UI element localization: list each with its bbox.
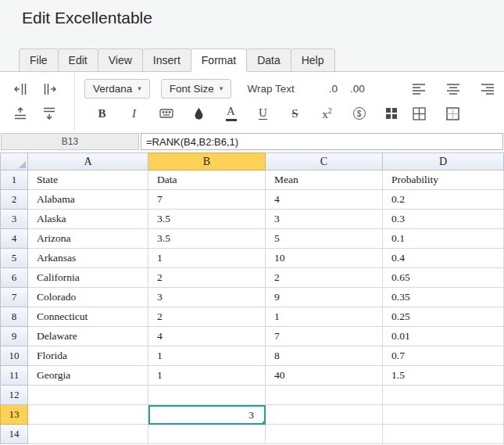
cell-D1[interactable]: Probability bbox=[383, 170, 504, 190]
cell-B13[interactable]: 3 bbox=[148, 405, 266, 425]
cell-A5[interactable]: Arkansas bbox=[28, 249, 148, 268]
cell-A14[interactable] bbox=[28, 425, 148, 444]
cell-D12[interactable] bbox=[383, 386, 504, 405]
cell-D14[interactable] bbox=[383, 425, 504, 444]
row-header-13[interactable]: 13 bbox=[0, 405, 28, 425]
col-header-B[interactable]: B bbox=[148, 153, 266, 170]
align-left-icon[interactable] bbox=[413, 83, 426, 95]
row-header-7[interactable]: 7 bbox=[0, 288, 28, 307]
cell-C9[interactable]: 7 bbox=[266, 327, 383, 346]
cell-A2[interactable]: Alabama bbox=[28, 190, 148, 210]
font-size-dropdown[interactable]: Font Size ▾ bbox=[161, 79, 232, 99]
superscript-button[interactable]: x2 bbox=[320, 107, 334, 120]
cell-B5[interactable]: 1 bbox=[148, 249, 266, 268]
cell-A4[interactable]: Arizona bbox=[28, 229, 148, 249]
wrap-text-button[interactable]: Wrap Text bbox=[247, 83, 294, 95]
cell-D4[interactable]: 0.1 bbox=[383, 229, 504, 249]
cell-D10[interactable]: 0.7 bbox=[383, 346, 504, 366]
cell-C2[interactable]: 4 bbox=[266, 190, 383, 210]
cell-A7[interactable]: Colorado bbox=[28, 288, 148, 307]
cell-C7[interactable]: 9 bbox=[266, 288, 383, 307]
row-header-9[interactable]: 9 bbox=[0, 327, 28, 346]
cell-B10[interactable]: 1 bbox=[148, 346, 266, 366]
cell-B2[interactable]: 7 bbox=[148, 190, 266, 210]
cell-reference-box[interactable] bbox=[1, 133, 139, 150]
cell-D11[interactable]: 1.5 bbox=[383, 366, 504, 386]
cell-B6[interactable]: 2 bbox=[148, 268, 266, 288]
cell-B8[interactable]: 2 bbox=[148, 307, 266, 327]
cell-A10[interactable]: Florida bbox=[28, 346, 148, 366]
cell-C12[interactable] bbox=[266, 386, 383, 405]
increase-decimal-button[interactable]: .00 bbox=[350, 83, 365, 95]
tab-data[interactable]: Data bbox=[246, 48, 291, 72]
align-right-icon[interactable] bbox=[481, 83, 495, 95]
row-header-11[interactable]: 11 bbox=[0, 366, 28, 386]
tab-insert[interactable]: Insert bbox=[142, 48, 191, 72]
strikethrough-button[interactable]: S bbox=[288, 108, 302, 120]
row-header-1[interactable]: 1 bbox=[0, 170, 28, 190]
tab-help[interactable]: Help bbox=[291, 48, 335, 72]
cell-C1[interactable]: Mean bbox=[266, 170, 383, 190]
decrease-decimal-button[interactable]: .0 bbox=[329, 83, 338, 95]
tab-edit[interactable]: Edit bbox=[58, 48, 98, 72]
cell-D7[interactable]: 0.35 bbox=[383, 288, 504, 307]
cell-C6[interactable]: 2 bbox=[266, 268, 383, 288]
cell-C3[interactable]: 3 bbox=[266, 210, 383, 229]
cell-B14[interactable] bbox=[148, 425, 266, 444]
cell-B11[interactable]: 1 bbox=[148, 366, 266, 386]
cell-C8[interactable]: 1 bbox=[266, 307, 383, 327]
row-header-10[interactable]: 10 bbox=[0, 346, 28, 366]
cell-A13[interactable] bbox=[28, 405, 148, 425]
tab-view[interactable]: View bbox=[98, 48, 143, 72]
font-family-dropdown[interactable]: Verdana ▾ bbox=[84, 79, 150, 99]
borders-outer-icon[interactable] bbox=[446, 107, 459, 120]
cell-A11[interactable]: Georgia bbox=[28, 366, 148, 386]
font-color-button[interactable]: A bbox=[224, 106, 238, 121]
col-header-D[interactable]: D bbox=[383, 153, 504, 170]
cell-D6[interactable]: 0.65 bbox=[383, 268, 504, 288]
cell-D5[interactable]: 0.4 bbox=[383, 249, 504, 268]
cell-B9[interactable]: 4 bbox=[148, 327, 266, 346]
insert-row-above-icon[interactable] bbox=[14, 107, 27, 120]
tab-file[interactable]: File bbox=[19, 48, 59, 72]
cell-D9[interactable]: 0.01 bbox=[383, 327, 504, 346]
cell-B7[interactable]: 3 bbox=[148, 288, 266, 307]
formula-input[interactable] bbox=[141, 133, 503, 150]
col-header-A[interactable]: A bbox=[28, 153, 148, 170]
cell-D8[interactable]: 0.25 bbox=[383, 307, 504, 327]
col-header-C[interactable]: C bbox=[266, 153, 383, 170]
italic-button[interactable]: I bbox=[127, 108, 141, 120]
cell-C5[interactable]: 10 bbox=[266, 249, 383, 268]
cell-A6[interactable]: California bbox=[28, 268, 148, 288]
insert-column-left-icon[interactable] bbox=[14, 83, 27, 95]
cell-D3[interactable]: 0.3 bbox=[383, 210, 504, 229]
cell-C10[interactable]: 8 bbox=[266, 346, 383, 366]
borders-all-icon[interactable] bbox=[413, 107, 426, 120]
row-header-14[interactable]: 14 bbox=[0, 425, 28, 444]
cell-D2[interactable]: 0.2 bbox=[383, 190, 504, 210]
cell-B1[interactable]: Data bbox=[148, 170, 266, 190]
align-center-icon[interactable] bbox=[447, 83, 460, 95]
merge-cells-icon[interactable] bbox=[384, 107, 398, 120]
currency-format-button[interactable]: $ bbox=[352, 107, 366, 120]
row-header-6[interactable]: 6 bbox=[0, 268, 28, 288]
cell-B4[interactable]: 3.5 bbox=[148, 229, 266, 249]
underline-button[interactable]: U bbox=[256, 107, 270, 120]
row-header-8[interactable]: 8 bbox=[0, 307, 28, 327]
cell-C11[interactable]: 40 bbox=[266, 366, 383, 386]
insert-row-below-icon[interactable] bbox=[43, 107, 56, 120]
cell-A3[interactable]: Alaska bbox=[28, 210, 148, 229]
cell-C13[interactable] bbox=[266, 405, 383, 425]
row-header-3[interactable]: 3 bbox=[0, 210, 28, 229]
row-header-4[interactable]: 4 bbox=[0, 229, 28, 249]
cell-A9[interactable]: Delaware bbox=[28, 327, 148, 346]
row-header-5[interactable]: 5 bbox=[0, 249, 28, 268]
cell-C14[interactable] bbox=[266, 425, 383, 444]
row-header-12[interactable]: 12 bbox=[0, 386, 28, 405]
insert-column-right-icon[interactable] bbox=[43, 83, 56, 95]
cell-C4[interactable]: 5 bbox=[266, 229, 383, 249]
cell-B12[interactable] bbox=[148, 386, 266, 405]
bold-button[interactable]: B bbox=[95, 108, 109, 120]
cell-B3[interactable]: 3.5 bbox=[148, 210, 266, 229]
keyboard-icon[interactable] bbox=[159, 107, 173, 120]
